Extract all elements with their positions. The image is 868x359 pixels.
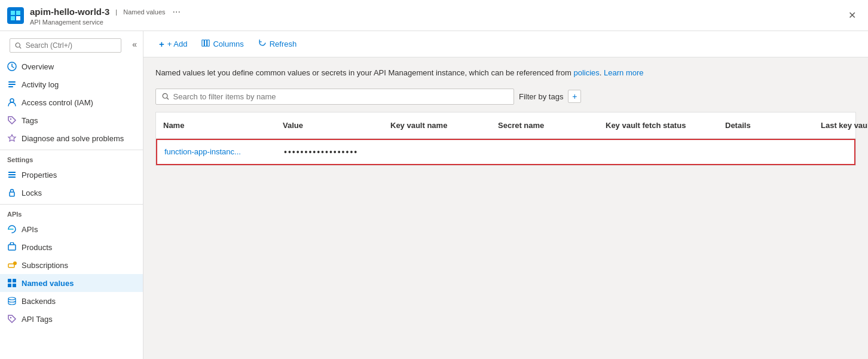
search-box[interactable]	[10, 38, 121, 53]
sidebar-item-tags[interactable]: Tags	[0, 111, 143, 129]
resource-title: Named values	[123, 8, 165, 16]
svg-rect-1	[16, 11, 20, 15]
policies-link[interactable]: policies	[573, 68, 599, 77]
main-content: + + Add Columns Refresh Named values let…	[143, 31, 868, 359]
refresh-label: Refresh	[270, 39, 297, 48]
sidebar-item-overview[interactable]: Overview	[0, 57, 143, 75]
settings-section: Settings	[0, 150, 143, 166]
column-header-key-vault-name[interactable]: Key vault name	[383, 117, 491, 133]
app-icon	[7, 7, 24, 24]
add-icon: +	[159, 39, 164, 49]
titlebar-left: apim-hello-world-3 | Named values ··· AP…	[7, 5, 184, 26]
titlebar: apim-hello-world-3 | Named values ··· AP…	[0, 0, 868, 31]
api-tags-icon	[7, 314, 17, 324]
column-header-details[interactable]: Details	[718, 117, 814, 133]
toolbar: + + Add Columns Refresh	[143, 31, 868, 57]
apis-section: APIs	[0, 204, 143, 220]
sidebar-item-api-tags[interactable]: API Tags	[0, 310, 143, 328]
row-key-vault-name	[384, 147, 492, 157]
svg-rect-8	[8, 84, 16, 85]
sidebar-item-label: Subscriptions	[22, 261, 68, 270]
row-key-vault-fetch-status	[600, 147, 719, 157]
add-button[interactable]: + + Add	[153, 36, 193, 52]
sidebar-item-label: Backends	[22, 297, 56, 306]
sidebar-item-products[interactable]: Products	[0, 238, 143, 256]
close-button[interactable]: ✕	[843, 7, 861, 23]
sidebar: « Overview Activity log Access control (…	[0, 31, 143, 359]
info-text-after: .	[600, 68, 604, 77]
sidebar-item-subscriptions[interactable]: Subscriptions	[0, 256, 143, 274]
svg-line-5	[20, 47, 22, 48]
svg-rect-19	[8, 279, 11, 282]
svg-rect-16	[8, 245, 16, 250]
column-header-key-vault-fetch-status[interactable]: Key vault fetch status	[598, 117, 718, 133]
filter-bar: Filter by tags +	[155, 89, 856, 105]
search-input[interactable]	[26, 41, 116, 50]
activity-log-icon	[7, 80, 17, 89]
info-text-before: Named values let you define common value…	[155, 68, 573, 77]
sidebar-item-label: Diagnose and solve problems	[22, 134, 124, 143]
sidebar-header: «	[0, 31, 143, 57]
sidebar-item-diagnose[interactable]: Diagnose and solve problems	[0, 129, 143, 147]
learn-more-link[interactable]: Learn more	[604, 68, 643, 77]
columns-label: Columns	[213, 39, 243, 48]
row-details	[719, 147, 815, 157]
sidebar-item-apis[interactable]: APIs	[0, 220, 143, 238]
sidebar-item-label: Activity log	[22, 80, 59, 89]
sidebar-item-access-control[interactable]: Access control (IAM)	[0, 93, 143, 111]
columns-button[interactable]: Columns	[195, 36, 249, 52]
svg-rect-13	[8, 174, 16, 175]
sidebar-item-label: APIs	[22, 225, 38, 234]
row-last-key-vault-fetch	[815, 147, 868, 157]
row-value: ••••••••••••••••••	[277, 142, 384, 162]
access-control-icon	[7, 98, 17, 107]
backends-icon	[7, 296, 17, 306]
sidebar-item-named-values[interactable]: Named values	[0, 274, 143, 292]
filter-by-tags-label: Filter by tags	[519, 92, 563, 101]
svg-rect-7	[8, 81, 16, 83]
sidebar-item-locks[interactable]: Locks	[0, 184, 143, 202]
overview-icon	[7, 62, 17, 71]
svg-point-11	[10, 118, 11, 120]
info-text: Named values let you define common value…	[155, 67, 856, 79]
sidebar-item-properties[interactable]: Properties	[0, 166, 143, 184]
row-secret-name	[492, 147, 600, 157]
filter-search-input[interactable]	[173, 92, 508, 101]
column-header-secret-name[interactable]: Secret name	[491, 117, 598, 133]
named-values-table: Name Value Key vault name Secret name Ke…	[155, 112, 856, 166]
svg-line-28	[167, 98, 169, 99]
content-area: Named values let you define common value…	[143, 57, 868, 359]
collapse-button[interactable]: «	[130, 37, 139, 51]
locks-icon	[7, 188, 17, 197]
sidebar-scroll: Overview Activity log Access control (IA…	[0, 57, 143, 359]
layout: « Overview Activity log Access control (…	[0, 31, 868, 359]
svg-rect-3	[16, 16, 20, 20]
svg-point-10	[10, 99, 14, 102]
svg-rect-17	[8, 264, 14, 267]
filter-search-box[interactable]	[155, 89, 514, 105]
app-name: apim-hello-world-3	[30, 7, 109, 17]
refresh-button[interactable]: Refresh	[252, 36, 303, 52]
sidebar-item-label: API Tags	[22, 315, 53, 324]
svg-rect-2	[11, 16, 15, 20]
title-separator: |	[115, 8, 117, 16]
svg-rect-25	[205, 40, 207, 47]
tags-icon	[7, 115, 17, 125]
search-icon	[15, 42, 22, 50]
sidebar-item-label: Overview	[22, 62, 54, 71]
sidebar-item-label: Access control (IAM)	[22, 98, 93, 107]
svg-rect-0	[11, 11, 15, 15]
sidebar-item-label: Locks	[22, 188, 42, 197]
refresh-icon	[258, 39, 267, 49]
sidebar-item-activity-log[interactable]: Activity log	[0, 75, 143, 93]
column-header-value[interactable]: Value	[276, 117, 383, 133]
svg-rect-9	[8, 86, 13, 87]
column-header-name[interactable]: Name	[156, 117, 276, 133]
filter-add-tag-button[interactable]: +	[568, 90, 581, 103]
sidebar-item-backends[interactable]: Backends	[0, 292, 143, 310]
row-name[interactable]: function-app-instanc...	[157, 142, 277, 161]
svg-point-23	[10, 317, 11, 318]
column-header-last-key-vault-fetch[interactable]: Last key vault fetch	[814, 117, 868, 133]
more-options-button[interactable]: ···	[169, 5, 184, 19]
apis-icon	[7, 224, 17, 234]
